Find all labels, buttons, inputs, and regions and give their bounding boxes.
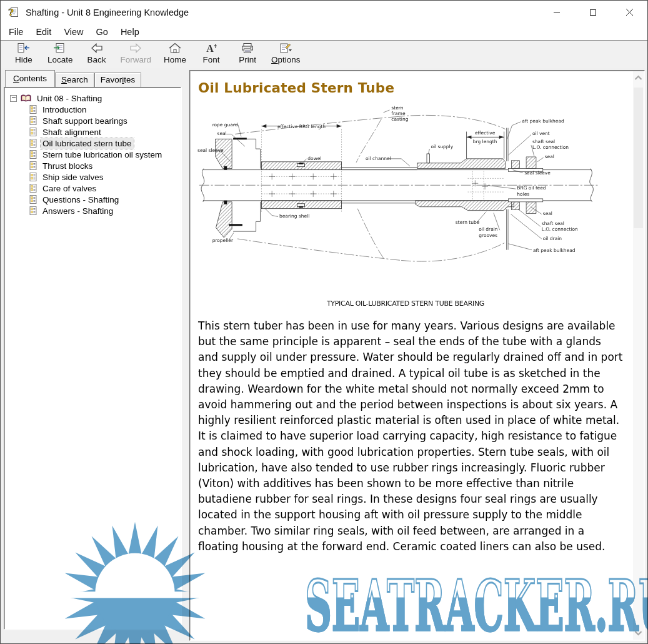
window-title: Shafting - Unit 8 Engineering Knowledge [26,8,189,18]
topic-page-icon [29,161,37,170]
options-button[interactable]: Options [266,42,306,64]
diagram-label: bearing shell [279,213,309,219]
diagram-label: shaft seal [542,221,564,226]
tree-item-stern-tube-lubrication-oil-system[interactable]: Stern tube lubrication oil system [7,149,179,160]
diagram-label: dowel [307,156,321,161]
topic-page-icon [29,128,37,136]
locate-icon [52,42,67,55]
diagram-label: seal sleeve [197,148,224,153]
navigation-sidebar: Contents Search Favorites [1,68,183,643]
diagram-label: seal [543,211,552,217]
home-label: Home [164,55,186,64]
hide-panel-icon [16,42,31,55]
back-label: Back [87,55,106,64]
diagram-label: frame [391,111,406,116]
home-button[interactable]: Home [157,42,193,64]
tree-item-shaft-alignment[interactable]: Shaft alignment [7,126,179,138]
diagram-label: rope guard [212,122,238,128]
vertical-scrollbar[interactable] [633,71,644,640]
forward-arrow-icon [128,42,143,55]
options-page-icon [278,42,293,55]
diagram-label: brg length [473,139,497,144]
diagram-label: BRG oil feed [517,185,546,191]
tree-item-answers-shafting[interactable]: Answers - Shafting [7,205,179,216]
menu-file[interactable]: File [2,25,29,39]
chevron-down-icon[interactable] [633,630,644,636]
diagram-label: holes [517,191,529,197]
diagram-label: oil supply [431,144,453,149]
menu-help[interactable]: Help [114,25,146,39]
contents-tree: Unit 08 - Shafting Introduction Shaft su… [7,93,179,216]
contents-tree-panel: Unit 08 - Shafting Introduction Shaft su… [4,87,181,630]
diagram-label: propeller [212,238,234,243]
diagram-label: shaft seal [532,139,555,144]
menu-bar: File Edit View Go Help [1,24,647,41]
menu-view[interactable]: View [57,25,89,39]
menu-go[interactable]: Go [90,25,114,39]
topic-page-icon [29,195,37,204]
forward-button[interactable]: Forward [115,42,157,64]
hide-button[interactable]: Hide [6,42,42,64]
diagram-label: seal [545,154,554,159]
diagram-label: aft peak bulkhead [522,118,564,124]
back-button[interactable]: Back [79,42,115,64]
pane-splitter[interactable] [183,68,189,643]
tree-item-oil-lubricated-stern-tube[interactable]: Oil lubricated stern tube [7,138,179,149]
print-label: Print [239,55,256,64]
topic-page-icon [29,173,37,181]
collapse-minus-icon[interactable] [10,95,17,102]
diagram-label: L.O. connection [532,144,569,150]
diagram-label: casting [391,116,408,122]
diagram-label: oil vent [532,131,550,136]
tree-root-label[interactable]: Unit 08 - Shafting [35,93,104,104]
tree-root-unit-08[interactable]: Unit 08 - Shafting [7,93,179,104]
scrollbar-thumb[interactable] [634,88,643,228]
topic-content: Oil Lubricated Stern Tube [191,71,633,640]
maximize-icon[interactable] [575,1,611,24]
topic-paragraph: This stern tuber has been in use for man… [198,318,624,555]
menu-edit[interactable]: Edit [29,25,57,39]
minimize-icon[interactable] [539,1,575,24]
topic-page-icon [29,116,37,125]
close-icon[interactable] [611,1,647,24]
svg-text:?: ? [8,7,14,18]
tab-favorites[interactable]: Favorites [94,73,142,87]
tree-item-introduction[interactable]: Introduction [7,104,179,115]
tree-item-shaft-support-bearings[interactable]: Shaft support bearings [7,115,179,126]
diagram-label: stern tube [456,219,480,225]
chevron-up-icon[interactable] [633,75,644,81]
locate-button[interactable]: Locate [42,42,79,64]
tree-item-thrust-blocks[interactable]: Thrust blocks [7,160,179,171]
titlebar: ? Shafting - Unit 8 Engineering Knowledg… [1,1,647,24]
diagram-label: aft peak bulkhead [533,248,576,253]
tree-item-ship-side-valves[interactable]: Ship side valves [7,171,179,183]
options-label: Options [271,55,301,64]
main-area: Contents Search Favorites [1,68,647,643]
printer-icon [240,42,255,55]
topic-page-icon [29,206,37,215]
font-icon: A [204,42,219,55]
diagram-label: oil drain [479,226,498,232]
tree-item-questions-shafting[interactable]: Questions - Shafting [7,194,179,205]
hide-label: Hide [15,55,32,64]
diagram-label: effective [475,130,496,136]
diagram-label: stern [391,105,403,111]
topic-page-icon [29,139,37,148]
stern-tube-diagram: effective BRG length effective brg lengt… [197,102,633,289]
open-book-icon [21,94,31,103]
diagram-label: seal [217,131,227,136]
font-button[interactable]: A Font [193,42,229,64]
page-title: Oil Lubricated Stern Tube [198,80,633,96]
topic-page-icon [29,150,37,159]
diagram-caption: TYPICAL OIL-LUBRICATED STERN TUBE BEARIN… [197,299,614,308]
tree-item-care-of-valves[interactable]: Care of valves [7,183,179,194]
topic-page-icon [29,105,37,114]
tab-search[interactable]: Search [55,73,94,87]
print-button[interactable]: Print [229,42,266,64]
locate-label: Locate [47,55,73,64]
diagram-label: grooves [479,233,497,238]
topic-page-icon [29,184,37,193]
diagram-label: seal sleeve [524,170,551,176]
diagram-label: effective BRG length [277,124,326,129]
tab-contents[interactable]: Contents [5,70,55,87]
